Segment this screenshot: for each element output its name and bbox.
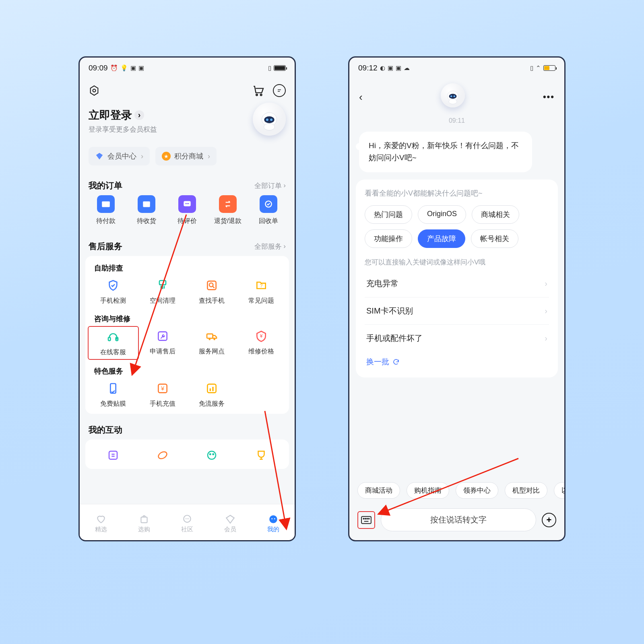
service-label: 在线客服 — [89, 348, 137, 357]
svg-point-44 — [213, 454, 214, 455]
cart-icon[interactable] — [252, 84, 265, 97]
service-item-truck[interactable]: 服务网点 — [187, 328, 237, 357]
question-row[interactable]: SIM卡不识别› — [365, 297, 549, 324]
service-item-data[interactable]: 免流服务 — [187, 381, 237, 408]
voice-input[interactable]: 按住说话转文字 — [381, 508, 536, 531]
battery-icon — [274, 65, 286, 71]
chevron-right-icon: › — [141, 152, 143, 161]
svg-point-52 — [274, 518, 275, 519]
diamond-icon — [95, 152, 104, 161]
svg-point-61 — [363, 518, 364, 519]
svg-rect-20 — [159, 281, 166, 285]
svg-point-59 — [449, 99, 457, 104]
chip-row: 会员中心 › ★ 积分商城 › — [80, 140, 295, 173]
service-item-tag[interactable]: ¥ 维修价格 — [237, 328, 286, 357]
service-item-search[interactable]: 查找手机 — [187, 278, 237, 305]
suggest-chip[interactable]: 商城活动 — [357, 482, 400, 499]
chat-timestamp: 09:11 — [349, 112, 564, 129]
sim-icon: ▯ — [268, 64, 271, 72]
interact-item[interactable] — [89, 448, 138, 466]
refresh-button[interactable]: 换一批 — [365, 352, 549, 369]
robot-avatar — [253, 103, 286, 136]
tab-bubble[interactable]: 社区 — [181, 514, 193, 533]
category-pill[interactable]: OriginOS — [418, 205, 466, 224]
svg-point-50 — [269, 515, 277, 523]
svg-point-48 — [187, 518, 188, 519]
order-item[interactable]: 退货/退款 — [210, 195, 246, 225]
sim-icon: ▯ — [530, 64, 533, 72]
suggest-chip[interactable]: 领券中心 — [456, 482, 498, 499]
orders-title: 我的订单 — [89, 180, 122, 191]
keyboard-icon[interactable] — [357, 511, 375, 529]
category-pill[interactable]: 帐号相关 — [471, 229, 518, 248]
status-time: 09:12 — [358, 64, 378, 72]
suggest-chip[interactable]: 机型对比 — [505, 482, 547, 499]
sq2-icon: ▣ — [138, 64, 144, 72]
tab-heart[interactable]: 精选 — [95, 514, 107, 533]
i1-icon: ◐ — [380, 64, 385, 72]
tab-label: 社区 — [181, 526, 193, 533]
message-icon[interactable] — [273, 84, 286, 97]
category-pills: 热门问题OriginOS商城相关功能操作产品故障帐号相关 — [365, 205, 549, 248]
suggest-chip[interactable]: 以 — [554, 482, 564, 499]
i3-icon: ▣ — [396, 64, 401, 72]
service-label: 常见问题 — [237, 297, 286, 305]
interact-item[interactable] — [237, 448, 286, 466]
tab-label: 精选 — [95, 526, 107, 533]
service-label: 查找手机 — [187, 297, 237, 305]
svg-point-49 — [188, 518, 189, 519]
question-row[interactable]: 手机或配件坏了› — [365, 324, 549, 352]
order-item[interactable]: 待收货 — [128, 195, 165, 225]
sq-icon: ▣ — [130, 64, 136, 72]
refresh-label: 换一批 — [366, 357, 389, 367]
chip-points[interactable]: ★ 积分商城 › — [155, 147, 217, 165]
category-pill[interactable]: 功能操作 — [365, 229, 412, 248]
svg-point-18 — [188, 203, 189, 204]
more-icon[interactable]: ••• — [543, 92, 555, 102]
chip-label: 会员中心 — [107, 151, 136, 161]
tab-face[interactable]: 我的 — [267, 514, 279, 533]
service-item-brush[interactable]: 空间清理 — [138, 278, 188, 305]
service-item-shield[interactable]: 手机检测 — [89, 278, 138, 305]
category-pill[interactable]: 产品故障 — [418, 229, 465, 248]
orders-link[interactable]: 全部订单› — [254, 181, 286, 190]
interact-item[interactable] — [187, 448, 237, 466]
order-label: 待付款 — [88, 217, 124, 225]
svg-rect-25 — [108, 337, 110, 341]
svg-point-3 — [260, 94, 262, 96]
svg-point-56 — [449, 94, 456, 99]
back-icon[interactable]: ‹ — [359, 91, 363, 103]
aftersale-link[interactable]: 全部服务› — [254, 242, 286, 251]
service-item-phone[interactable]: 免费贴膜 — [89, 381, 138, 408]
service-item-folder[interactable]: ? 常见问题 — [237, 278, 286, 305]
interact-item[interactable] — [138, 448, 188, 466]
order-item[interactable]: 回收单 — [250, 195, 287, 225]
order-item[interactable]: 待评价 — [169, 195, 205, 225]
suggest-chip[interactable]: 购机指南 — [407, 482, 449, 499]
battery-icon — [543, 65, 555, 71]
order-item[interactable]: 待付款 — [88, 195, 124, 225]
service-item-headset[interactable]: 在线客服 — [88, 326, 139, 360]
login-row[interactable]: 立即登录 › 登录享受更多会员权益 — [80, 99, 295, 140]
category-pill[interactable]: 热门问题 — [365, 205, 412, 224]
status-bar: 09:12 ◐ ▣ ▣ ☁ ▯ ⌃ — [349, 58, 564, 78]
link-label: 全部服务 — [254, 242, 282, 251]
settings-icon[interactable] — [89, 85, 100, 96]
category-pill[interactable]: 商城相关 — [472, 205, 519, 224]
service-item-yen[interactable]: ¥ 手机充值 — [138, 381, 188, 408]
chip-member[interactable]: 会员中心 › — [89, 147, 150, 165]
svg-point-30 — [214, 339, 216, 341]
question-list: 充电异常›SIM卡不识别›手机或配件坏了› — [365, 270, 549, 352]
tab-bar: 精选 选购 社区 会员 我的 — [80, 504, 295, 540]
svg-rect-45 — [141, 517, 147, 522]
tab-gem[interactable]: 会员 — [224, 514, 236, 533]
svg-line-23 — [213, 287, 215, 288]
svg-point-47 — [186, 518, 186, 519]
card-hint: 您可以直接输入关键词或像这样问小V哦 — [365, 258, 549, 267]
tab-bag[interactable]: 选购 — [138, 514, 150, 533]
service-item-wrench[interactable]: 申请售后 — [138, 328, 188, 357]
svg-text:¥: ¥ — [259, 333, 262, 339]
plus-icon[interactable]: + — [542, 513, 556, 527]
svg-point-63 — [367, 518, 367, 519]
question-row[interactable]: 充电异常› — [365, 270, 549, 297]
